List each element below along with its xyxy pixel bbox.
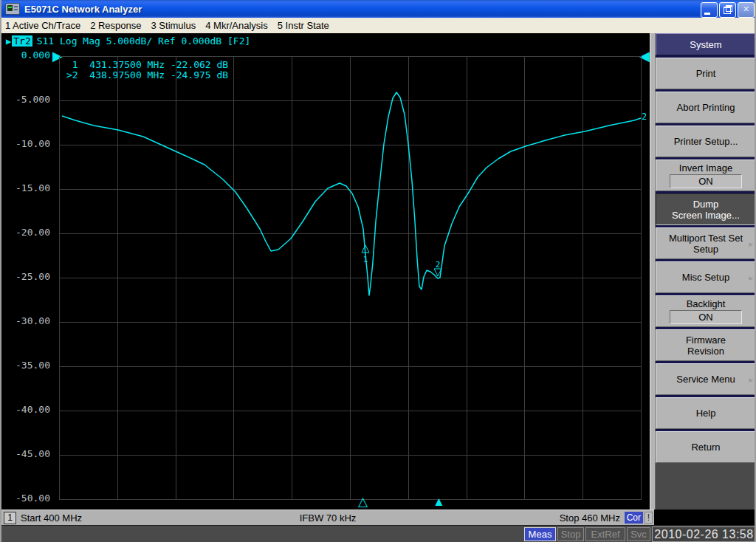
softkey-multiport-test-set-setup[interactable]: Multiport Test SetSetup▸: [656, 227, 756, 259]
trace-label: Tr2: [12, 35, 32, 47]
app-icon: [5, 3, 20, 15]
softkey-label: Multiport Test Set: [669, 233, 743, 244]
plot-canvas: 12: [59, 56, 642, 500]
menu-item-1[interactable]: 1 Active Ch/Trace: [5, 20, 80, 31]
softkey-label: Misc Setup: [682, 272, 729, 283]
restore-button[interactable]: [719, 2, 736, 18]
sidebar-splitter[interactable]: [650, 33, 656, 510]
softkey-label: Abort Printing: [677, 102, 735, 113]
submenu-arrow-icon: ▸: [749, 272, 753, 284]
softkey-return[interactable]: Return: [656, 431, 756, 463]
trace-header: ▶Tr2S11 Log Mag 5.000dB/ Ref 0.000dB [F2…: [6, 35, 250, 47]
softkey-label: Service Menu: [676, 374, 735, 385]
trace-end-label: 2: [642, 112, 647, 122]
softkey-backlight[interactable]: BacklightON: [656, 295, 756, 327]
softkey-dump-screen-image[interactable]: DumpScreen Image...: [656, 193, 756, 225]
softkey-label: Printer Setup...: [674, 136, 738, 147]
y-axis-label: -45.00: [1, 448, 50, 459]
y-axis-label: -35.00: [1, 360, 50, 371]
softkey-label: Revision: [687, 346, 724, 357]
status-extref: ExtRef: [585, 527, 625, 541]
y-axis-label: -5.000: [1, 94, 50, 105]
correction-badge: Cor: [625, 512, 643, 524]
softkey-label: Screen Image...: [672, 210, 740, 221]
softkey-state-value: ON: [670, 174, 742, 188]
softkey-firmware-revision[interactable]: FirmwareRevision: [656, 329, 756, 361]
menu-item-3[interactable]: 3 Stimulus: [151, 20, 196, 31]
y-axis-label: -20.00: [1, 227, 50, 238]
status-meas: Meas: [524, 527, 556, 541]
menu-item-4[interactable]: 4 Mkr/Analysis: [205, 20, 268, 31]
trace-settings-text: S11 Log Mag 5.000dB/ Ref 0.000dB [F2]: [37, 35, 251, 47]
y-axis-label: -25.00: [1, 271, 50, 282]
softkey-help[interactable]: Help: [656, 397, 756, 429]
softkey-label: Firmware: [686, 335, 726, 346]
softkey-state-value: ON: [670, 310, 742, 324]
title-bar: E5071C Network Analyzer ✕: [1, 0, 756, 18]
softkey-label: Backlight: [687, 298, 726, 309]
status-stop: Stop: [557, 527, 584, 541]
svg-text:2: 2: [436, 260, 441, 270]
svg-text:1: 1: [363, 255, 368, 264]
menu-item-2[interactable]: 2 Response: [90, 20, 141, 31]
y-axis-label: -30.00: [1, 315, 50, 326]
stop-frequency: Stop 460 MHz: [560, 512, 620, 524]
minimize-button[interactable]: [701, 2, 718, 18]
marker2-stimulus-icon: ▲: [433, 495, 445, 508]
y-axis-label: -40.00: [1, 404, 50, 415]
status-bar: Meas Stop ExtRef Svc 2010-02-26 13:58: [1, 525, 756, 542]
softkey-misc-setup[interactable]: Misc Setup▸: [656, 261, 756, 293]
softkey-label: Invert Image: [679, 162, 732, 174]
softkey-label: Setup: [693, 244, 718, 255]
softkey-service-menu[interactable]: Service Menu▸: [656, 363, 756, 395]
softkey-label: System: [690, 39, 721, 50]
trace-marker-1: 1: [362, 245, 369, 264]
analyzer-window: E5071C Network Analyzer ✕ 1 Active Ch/Tr…: [0, 0, 756, 542]
softkey-label: Dump: [693, 199, 719, 210]
softkey-printer-setup[interactable]: Printer Setup...: [656, 126, 756, 157]
softkey-invert-image[interactable]: Invert ImageON: [656, 159, 756, 191]
status-svc: Svc: [627, 527, 650, 541]
menu-bar: 1 Active Ch/Trace2 Response3 Stimulus4 M…: [1, 18, 756, 33]
active-trace-arrow-icon: ▶: [6, 36, 11, 47]
y-axis-label: -10.00: [1, 138, 50, 149]
submenu-arrow-icon: ▸: [749, 374, 753, 385]
softkey-abort-printing[interactable]: Abort Printing: [656, 92, 756, 123]
reference-level-label: 0.000: [1, 49, 50, 61]
alert-badge: !: [645, 512, 653, 524]
close-button[interactable]: ✕: [738, 2, 755, 18]
softkey-label: Print: [696, 68, 716, 79]
trace-line: [62, 92, 641, 295]
status-datetime: 2010-02-26 13:58: [652, 526, 756, 542]
y-axis-label: -15.00: [1, 182, 50, 193]
window-title: E5071C Network Analyzer: [24, 4, 142, 15]
channel-bar: 1 Start 400 MHz IFBW 70 kHz Stop 460 MHz…: [1, 510, 654, 525]
y-axis-label: -50.00: [1, 493, 50, 504]
submenu-arrow-icon: ▸: [749, 239, 753, 250]
softkey-label: Help: [696, 408, 716, 419]
softkey-label: Return: [691, 442, 720, 453]
softkey-sidebar: SystemPrintAbort PrintingPrinter Setup..…: [656, 33, 756, 510]
marker1-stimulus-icon: △: [358, 495, 368, 508]
menu-item-5[interactable]: 5 Instr State: [278, 20, 329, 31]
ifbw-label: IFBW 70 kHz: [1, 512, 654, 524]
softkey-system[interactable]: System: [656, 33, 756, 55]
softkey-print[interactable]: Print: [656, 58, 756, 89]
